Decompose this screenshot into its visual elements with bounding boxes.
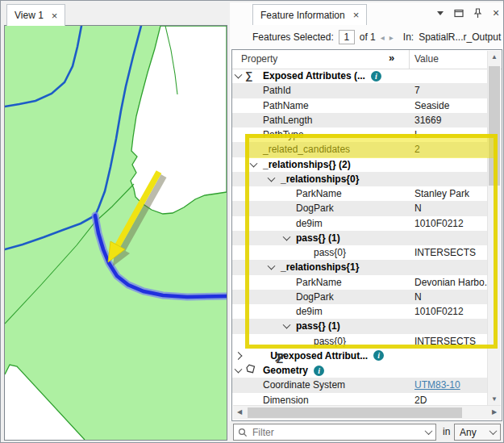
property-column-header[interactable]: Property	[241, 53, 277, 65]
filter-dropdown-icon[interactable]	[421, 424, 435, 440]
property-label: PathType	[263, 129, 304, 140]
chevron-down-icon[interactable]	[283, 233, 291, 241]
property-tree: ∑Exposed Attributes (...iPathId7PathName…	[232, 69, 489, 407]
scroll-right-icon[interactable]: ▶	[488, 406, 501, 419]
tree-row-17[interactable]: pass{} (1)	[232, 319, 489, 333]
in-label: in	[443, 426, 450, 437]
tree-row-15[interactable]: DogParkN	[232, 290, 489, 304]
property-label: ParkName	[296, 277, 342, 288]
property-label: Exposed Attributes (...	[263, 70, 365, 81]
expand-columns-icon[interactable]: »	[389, 52, 394, 64]
tree-row-16[interactable]: de9im1010F0212	[232, 304, 489, 319]
tree-row-0[interactable]: ∑Exposed Attributes (...i	[232, 69, 489, 83]
property-grid: Property » Value ∑Exposed Attributes (..…	[231, 49, 502, 421]
property-label: PathLength	[263, 115, 312, 126]
coordinate-system-link[interactable]: UTM83-10	[414, 379, 460, 391]
property-value: 1010F0212	[409, 218, 489, 229]
search-icon	[234, 428, 251, 437]
tree-row-13[interactable]: _relationships{1}	[232, 260, 489, 274]
value-column-header[interactable]: Value	[414, 53, 439, 65]
property-value: UTM83-10	[409, 379, 489, 391]
chevron-down-icon[interactable]	[268, 174, 276, 182]
horizontal-scrollbar[interactable]: ◀ ▶	[233, 405, 501, 420]
horizontal-scroll-thumb[interactable]	[248, 407, 462, 418]
app-window: View 1 × Feature Information × × Feature…	[0, 0, 504, 443]
vertical-scrollbar[interactable]: ▲ ▼	[487, 51, 501, 406]
tree-row-7[interactable]: _relationships{0}	[232, 172, 489, 186]
info-icon[interactable]: i	[371, 71, 381, 81]
chevron-down-icon[interactable]	[235, 366, 243, 374]
tab-feature-information[interactable]: Feature Information ×	[252, 4, 367, 25]
property-label: de9im	[296, 218, 323, 229]
filter-scope-dropdown[interactable]: Any	[454, 424, 501, 441]
tab-feature-information-label: Feature Information	[260, 10, 345, 21]
property-label: pass{} (1)	[296, 320, 340, 332]
property-value: N	[409, 203, 489, 214]
tree-row-21[interactable]: Coordinate SystemUTM83-10	[232, 378, 489, 392]
tree-row-9[interactable]: DogParkN	[232, 201, 489, 215]
tree-row-8[interactable]: ParkNameStanley Park	[232, 186, 489, 201]
tree-row-6[interactable]: _relationships{} (2)	[232, 157, 489, 172]
scroll-up-icon[interactable]: ▲	[488, 51, 501, 64]
close-icon[interactable]: ×	[52, 10, 58, 21]
map-canvas	[5, 26, 227, 440]
tree-row-10[interactable]: de9im1010F0212	[232, 216, 489, 231]
chevron-down-icon[interactable]	[268, 262, 276, 270]
tree-row-20[interactable]: Geometryi	[232, 363, 489, 378]
chevron-right-icon[interactable]	[235, 352, 243, 360]
tree-row-1[interactable]: PathId7	[232, 83, 489, 98]
tree-row-11[interactable]: pass{} (1)	[232, 231, 489, 245]
property-value: 31669	[409, 115, 489, 126]
tree-row-14[interactable]: ParkNameDevonian Harbo...	[232, 275, 489, 290]
unexposed-attributes-sigma-slash-icon: ∑	[276, 351, 283, 363]
pin-icon[interactable]	[472, 7, 483, 19]
property-value: 2	[409, 144, 489, 155]
chevron-down-icon[interactable]	[235, 71, 243, 79]
float-window-icon[interactable]	[453, 7, 464, 19]
next-feature-icon[interactable]: ▸	[389, 33, 394, 42]
tree-row-4[interactable]: PathTypeL	[232, 127, 489, 142]
map-view[interactable]	[4, 25, 227, 441]
tree-row-19[interactable]: ∑Unexposed Attribut...i	[232, 349, 489, 363]
features-selected-label: Features Selected:	[252, 31, 334, 43]
chevron-down-icon[interactable]	[283, 321, 291, 329]
tree-row-2[interactable]: PathNameSeaside	[232, 98, 489, 113]
filter-combobox[interactable]	[233, 424, 436, 441]
tab-view-1[interactable]: View 1 ×	[6, 4, 65, 26]
source-dataset-label: SpatialR...r_Output	[419, 31, 501, 43]
filter-scope-value: Any	[455, 427, 485, 438]
previous-feature-icon[interactable]: ◂	[381, 33, 385, 42]
property-label: pass{} (1)	[296, 232, 340, 244]
property-value: INTERSECTS	[409, 247, 489, 258]
property-label: de9im	[296, 306, 323, 317]
tree-row-3[interactable]: PathLength31669	[232, 113, 489, 127]
scroll-left-icon[interactable]: ◀	[233, 406, 246, 419]
tree-row-18[interactable]: pass{0}INTERSECTS	[232, 334, 489, 349]
property-label: pass{0}	[314, 336, 346, 347]
property-label: Dimension	[263, 395, 309, 406]
property-label: pass{0}	[314, 247, 346, 258]
in-label: In:	[403, 31, 414, 43]
info-icon[interactable]: i	[314, 366, 324, 376]
vertical-scroll-thumb[interactable]	[489, 66, 500, 186]
close-panel-icon[interactable]: ×	[490, 7, 502, 19]
tree-row-5[interactable]: _related_candidates2	[232, 142, 489, 157]
property-value: INTERSECTS	[409, 336, 489, 347]
property-label: _relationships{} (2)	[263, 159, 351, 170]
selected-index-box[interactable]: 1	[339, 30, 355, 44]
column-divider[interactable]	[409, 50, 410, 69]
close-icon[interactable]: ×	[353, 10, 360, 20]
property-label: Unexposed Attribut...	[270, 350, 368, 362]
filter-input[interactable]	[251, 426, 421, 439]
property-value: L	[409, 129, 489, 140]
scroll-down-icon[interactable]: ▼	[488, 393, 501, 406]
grid-header: Property » Value	[232, 50, 502, 69]
property-label: ParkName	[296, 188, 342, 199]
chevron-down-icon[interactable]	[250, 159, 258, 167]
info-icon[interactable]: i	[373, 350, 384, 361]
menu-caret-icon[interactable]	[435, 7, 446, 19]
tree-row-12[interactable]: pass{0}INTERSECTS	[232, 245, 489, 260]
property-value: 7	[409, 85, 489, 96]
property-label: Geometry	[263, 365, 308, 376]
scope-dropdown-icon[interactable]	[485, 424, 500, 440]
